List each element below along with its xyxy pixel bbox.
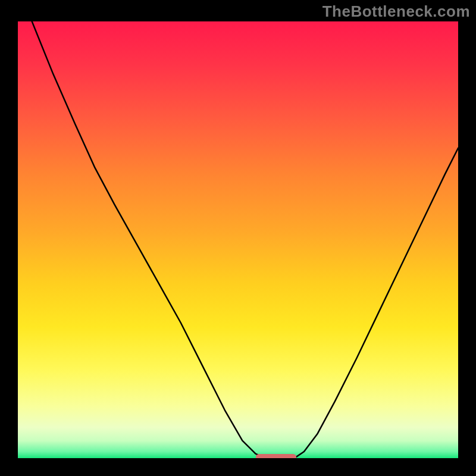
watermark-text: TheBottleneck.com [322, 2, 470, 21]
optimal-marker [256, 454, 296, 458]
gradient-rect [18, 21, 458, 458]
chart-frame: TheBottleneck.com [0, 0, 476, 476]
chart-svg [18, 21, 458, 458]
plot-area [18, 21, 458, 458]
